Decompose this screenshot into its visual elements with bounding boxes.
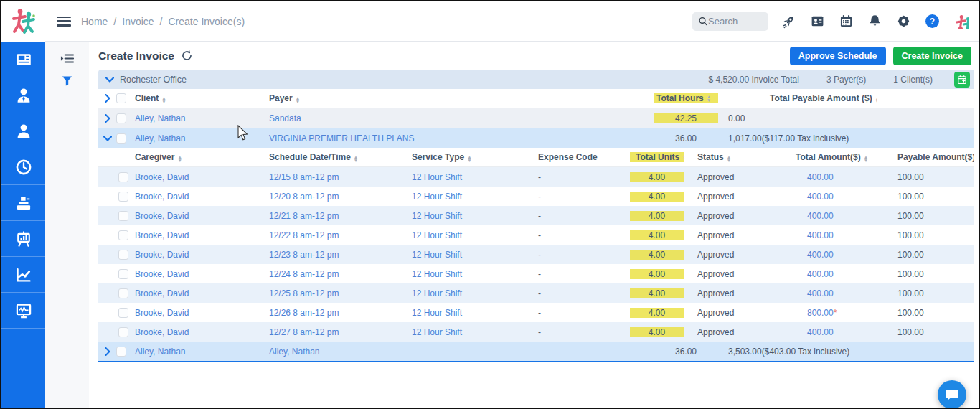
col-caregiver[interactable]: Caregiver▲▼ — [132, 152, 263, 162]
schedule-row[interactable]: Brooke, David 12/15 8 am-12 pm 12 Hour S… — [98, 167, 974, 187]
total-amount-link[interactable]: 400.00 — [787, 269, 873, 279]
select-all-checkbox[interactable] — [116, 93, 126, 103]
payer-name[interactable]: Alley, Nathan — [263, 347, 654, 357]
breadcrumb-invoice[interactable]: Invoice — [122, 16, 154, 27]
schedule-datetime[interactable]: 12/23 8 am-12 pm — [263, 250, 403, 260]
total-amount-link[interactable]: 400.00 — [787, 192, 873, 202]
approve-schedule-button[interactable]: Approve Schedule — [790, 47, 886, 65]
total-amount-link[interactable]: 400.00 — [787, 327, 873, 337]
caregiver-name[interactable]: Brooke, David — [132, 250, 263, 260]
total-amount-link[interactable]: 400.00 — [787, 211, 873, 221]
search-input[interactable] — [708, 16, 763, 27]
client-name[interactable]: Alley, Nathan — [132, 347, 263, 357]
profile-logo-icon[interactable] — [953, 14, 969, 29]
sidebar-item-caregivers[interactable] — [1, 77, 45, 113]
sidebar-item-dashboard[interactable] — [1, 42, 45, 77]
collapse-menu-icon[interactable] — [45, 42, 89, 65]
office-group-header[interactable]: Rochester Office $ 4,520.00 Invoice Tota… — [98, 70, 974, 89]
col-status[interactable]: Status▲▼ — [684, 152, 787, 162]
create-invoice-button[interactable]: Create Invoice — [893, 47, 971, 65]
sidebar-item-clients[interactable] — [1, 113, 45, 149]
sidebar-item-reports[interactable] — [1, 221, 45, 257]
payer-row-virginia-premier[interactable]: Alley, Nathan VIRGINIA PREMIER HEALTH PL… — [98, 128, 974, 148]
schedule-datetime[interactable]: 12/24 8 am-12 pm — [263, 269, 403, 279]
payer-row-alley-nathan[interactable]: Alley, Nathan Alley, Nathan 36.00 3,503.… — [98, 342, 974, 362]
schedule-datetime[interactable]: 12/25 8 am-12 pm — [263, 288, 403, 298]
chevron-right-icon[interactable] — [98, 114, 116, 123]
caregiver-name[interactable]: Brooke, David — [132, 172, 263, 182]
schedule-datetime[interactable]: 12/22 8 am-12 pm — [263, 230, 403, 240]
schedule-row[interactable]: Brooke, David 12/26 8 am-12 pm 12 Hour S… — [98, 303, 974, 322]
service-type[interactable]: 12 Hour Shift — [403, 172, 532, 182]
help-icon[interactable]: ? — [925, 14, 940, 29]
col-amount[interactable]: Total Amount($)▲▼ — [787, 152, 873, 162]
sidebar-item-scheduling[interactable] — [1, 149, 45, 185]
service-type[interactable]: 12 Hour Shift — [403, 230, 532, 240]
bell-icon[interactable] — [867, 14, 882, 29]
col-total-hours[interactable]: Total Hours▲▼ — [654, 93, 718, 103]
gear-icon[interactable] — [896, 14, 911, 29]
total-amount-link[interactable]: 400.00 — [787, 250, 873, 260]
total-amount-link[interactable]: 400.00 — [787, 230, 873, 240]
chat-widget-button[interactable] — [938, 380, 966, 409]
caregiver-name[interactable]: Brooke, David — [132, 230, 263, 240]
schedule-row[interactable]: Brooke, David 12/22 8 am-12 pm 12 Hour S… — [98, 225, 974, 245]
sidebar-item-billing[interactable] — [1, 185, 45, 221]
col-payable[interactable]: Payable Amount($)▲▼ — [873, 152, 974, 162]
row-checkbox[interactable] — [118, 250, 128, 260]
service-type[interactable]: 12 Hour Shift — [403, 269, 532, 279]
hamburger-icon[interactable] — [57, 17, 71, 27]
refresh-icon[interactable] — [181, 50, 193, 62]
row-checkbox[interactable] — [118, 269, 128, 279]
schedule-row[interactable]: Brooke, David 12/20 8 am-12 pm 12 Hour S… — [98, 187, 974, 206]
id-card-icon[interactable] — [810, 14, 825, 29]
row-checkbox[interactable] — [118, 211, 128, 221]
app-logo[interactable] — [1, 1, 45, 42]
caregiver-name[interactable]: Brooke, David — [132, 327, 263, 337]
sidebar-item-monitoring[interactable] — [1, 293, 45, 329]
schedule-datetime[interactable]: 12/21 8 am-12 pm — [263, 211, 403, 221]
service-type[interactable]: 12 Hour Shift — [403, 211, 532, 221]
col-total-payable[interactable]: Total Payable Amount ($)▲▼ — [718, 93, 877, 103]
calendar-icon[interactable] — [839, 14, 854, 29]
breadcrumb-home[interactable]: Home — [81, 16, 108, 27]
row-checkbox[interactable] — [116, 133, 126, 144]
global-search[interactable] — [692, 12, 768, 31]
col-units[interactable]: Total Units▲▼ — [630, 152, 684, 162]
service-type[interactable]: 12 Hour Shift — [403, 288, 532, 298]
calendar-add-button[interactable] — [954, 72, 970, 88]
row-checkbox[interactable] — [116, 113, 126, 123]
chevron-down-icon[interactable] — [105, 77, 114, 83]
schedule-row[interactable]: Brooke, David 12/25 8 am-12 pm 12 Hour S… — [98, 283, 974, 303]
col-payer[interactable]: Payer▲▼ — [263, 93, 654, 103]
chevron-right-icon[interactable] — [98, 347, 116, 356]
row-checkbox[interactable] — [118, 192, 128, 202]
service-type[interactable]: 12 Hour Shift — [403, 327, 532, 337]
total-amount-link[interactable]: 800.00* — [787, 308, 873, 318]
service-type[interactable]: 12 Hour Shift — [403, 308, 532, 318]
service-type[interactable]: 12 Hour Shift — [403, 192, 532, 202]
schedule-datetime[interactable]: 12/20 8 am-12 pm — [263, 192, 403, 202]
caregiver-name[interactable]: Brooke, David — [132, 192, 263, 202]
caregiver-name[interactable]: Brooke, David — [132, 211, 263, 221]
row-checkbox[interactable] — [118, 288, 128, 298]
caregiver-name[interactable]: Brooke, David — [132, 308, 263, 318]
schedule-datetime[interactable]: 12/27 8 am-12 pm — [263, 327, 403, 337]
row-checkbox[interactable] — [118, 230, 128, 240]
service-type[interactable]: 12 Hour Shift — [403, 250, 532, 260]
schedule-row[interactable]: Brooke, David 12/27 8 am-12 pm 12 Hour S… — [98, 322, 974, 342]
client-name[interactable]: Alley, Nathan — [132, 113, 263, 123]
payer-name[interactable]: Sandata — [263, 113, 654, 123]
schedule-datetime[interactable]: 12/15 8 am-12 pm — [263, 172, 403, 182]
payer-name[interactable]: VIRGINIA PREMIER HEALTH PLANS — [263, 133, 654, 144]
col-service[interactable]: Service Type▲▼ — [403, 152, 532, 162]
payer-row-sandata[interactable]: Alley, Nathan Sandata 42.25 0.00 — [98, 108, 974, 128]
chevron-down-icon[interactable] — [98, 136, 116, 141]
schedule-datetime[interactable]: 12/26 8 am-12 pm — [263, 308, 403, 318]
schedule-row[interactable]: Brooke, David 12/24 8 am-12 pm 12 Hour S… — [98, 264, 974, 283]
row-checkbox[interactable] — [116, 347, 126, 357]
total-amount-link[interactable]: 400.00 — [787, 288, 873, 298]
total-amount-link[interactable]: 400.00 — [787, 172, 873, 182]
chevron-right-icon[interactable] — [98, 94, 116, 103]
filter-icon[interactable] — [45, 65, 89, 86]
